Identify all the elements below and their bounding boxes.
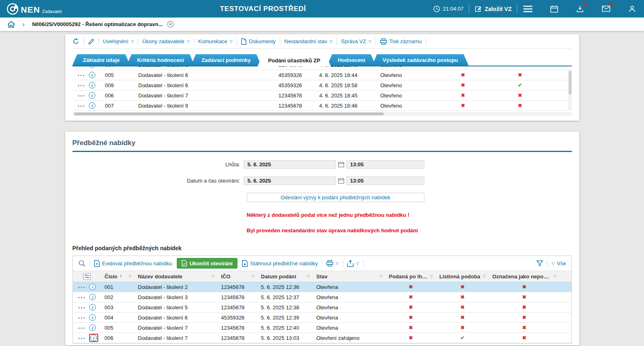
info-icon[interactable]: i (89, 284, 96, 290)
row-actions: ●●●i (73, 72, 102, 78)
messages-button[interactable] (601, 4, 611, 14)
filter-icon[interactable]: ▽ (552, 274, 556, 278)
info-icon[interactable]: i (89, 314, 96, 321)
create-vz-button[interactable]: Založit VZ (475, 5, 512, 13)
cell-nazev-dodavatele: Dodavatel - školení 5 (135, 66, 275, 68)
breadcrumb-record-label[interactable]: N006/25/V00005292 - Řešení optimalizace … (32, 21, 163, 27)
horizontal-scrollbar[interactable] (73, 112, 572, 116)
toolbar-separator (237, 38, 237, 45)
table-row[interactable]: ●●●i004Dodavatel - školení 6453593265. 6… (73, 313, 571, 323)
table-row[interactable]: ●●●i009Dodavatel - školení 6453593264. 6… (73, 80, 572, 90)
filter-icon[interactable]: ▽ (378, 274, 382, 278)
table-row[interactable]: ●●●i003Dodavatel - školení 5123456785. 6… (73, 302, 571, 313)
refresh-icon[interactable] (73, 38, 79, 45)
print-dropdown[interactable]: ▽ (326, 260, 338, 267)
info-icon[interactable]: i (89, 102, 95, 109)
menu-button[interactable] (523, 4, 533, 14)
export-dropdown[interactable]: ▽ (347, 260, 359, 267)
chevron-down-icon: ▽ (336, 261, 338, 266)
nen-logo[interactable]: NEN Zadavatel (7, 3, 62, 15)
menu-komunikace[interactable]: Komunikace ▽ (198, 38, 233, 44)
tab-zadavaci-podminky[interactable]: Zadávací podmínky (191, 54, 262, 66)
downloads-button[interactable] (575, 4, 585, 14)
info-icon[interactable]: i (89, 324, 96, 331)
menu-label: Uveřejnění (103, 38, 129, 44)
cross-mark: ✖ (409, 325, 413, 331)
scrollbar-thumb[interactable] (74, 112, 384, 115)
table-row[interactable]: ●●●i005Dodavatel - školení 7123456785. 6… (73, 323, 571, 333)
table-row[interactable]: ●●●i005Dodavatel - školení 6453593264. 6… (73, 70, 572, 80)
profile-button[interactable] (627, 4, 637, 14)
edit-pencil-icon[interactable] (88, 38, 95, 45)
table-row[interactable]: ●●●i006Dodavatel - školení 7123456785. 6… (73, 333, 571, 343)
vertical-scrollbar[interactable] (568, 70, 572, 111)
view-all-dropdown[interactable]: ▽ Vše (552, 260, 566, 267)
home-icon[interactable] (7, 21, 15, 28)
column-settings-icon[interactable] (73, 273, 101, 280)
menu-uverejneni[interactable]: Uveřejnění ▽ (103, 38, 134, 44)
info-icon[interactable]: i (89, 72, 95, 78)
download-offers-button[interactable]: Stáhnout předběžné nabídky (242, 260, 318, 267)
filter-funnel-icon[interactable] (536, 260, 543, 267)
hamburger-icon (523, 6, 532, 12)
row-menu-icon[interactable]: ●●● (78, 84, 86, 87)
lhuta-date-field[interactable]: 5. 6. 2025 (244, 160, 336, 169)
form-row-lhuta: Lhůta: 5. 6. 2025 13:05 (73, 160, 572, 169)
info-icon[interactable]: i (89, 92, 95, 99)
table-row[interactable]: ●●●i007Dodavatel - školení 9123456784. 6… (73, 101, 572, 111)
close-record-icon[interactable] (167, 21, 174, 28)
menu-sprava-vz[interactable]: Správa VZ ▽ (341, 38, 371, 44)
row-menu-icon[interactable]: ●●● (78, 104, 86, 107)
tab-zakladni-udaje[interactable]: Základní údaje (73, 54, 130, 66)
info-icon[interactable]: i (90, 335, 97, 341)
row-menu-icon[interactable]: ●●● (78, 316, 86, 319)
row-menu-icon[interactable]: ●●● (78, 306, 86, 309)
filter-icon[interactable]: ▽ (306, 274, 310, 278)
table-row[interactable]: ●●●i006Dodavatel - školení 7123456784. 6… (73, 90, 572, 101)
info-icon[interactable]: i (89, 66, 95, 68)
lhuta-time-field[interactable]: 13:05 (346, 160, 424, 169)
finish-opening-button[interactable]: Ukončit otevírání (177, 258, 237, 269)
cell-stav: Otevřena (313, 325, 386, 331)
menu-nestandardni-stav[interactable]: Nestandardní stav ▽ (284, 38, 332, 44)
tab-podani-ucastniku-zp[interactable]: Podání účastníků ZP (257, 54, 331, 66)
menu-tisk-zaznamu[interactable]: Tisk záznamu (380, 38, 422, 45)
row-menu-icon[interactable]: ●●● (78, 326, 86, 329)
calendar-button[interactable] (549, 4, 559, 14)
tab-kriteria-hodnoceni[interactable]: Kritéria hodnocení (127, 54, 195, 66)
filter-icon[interactable]: ▽ (127, 274, 132, 278)
row-menu-icon[interactable]: ●●● (78, 286, 86, 289)
table-row[interactable]: ●●●i004Dodavatel - školení 5123456784. 6… (73, 66, 572, 70)
row-menu-icon[interactable]: ●●● (78, 74, 86, 77)
row-actions: ●●●i (73, 92, 102, 99)
calendar-icon[interactable] (338, 161, 344, 167)
oteviranie-time-field[interactable]: 13:05 (346, 176, 424, 185)
filter-icon[interactable]: ▽ (250, 274, 255, 278)
table-row[interactable]: ●●●i002Dodavatel - školení 3123456785. 6… (73, 292, 571, 302)
cross-mark: ✖ (518, 103, 522, 108)
row-menu-icon[interactable]: ●●● (78, 337, 86, 339)
info-icon[interactable]: i (89, 82, 95, 88)
tab-hodnoceni[interactable]: Hodnocení (327, 54, 376, 66)
detail-search-icon[interactable] (78, 260, 86, 267)
menu-ukony-zadavatele[interactable]: Úkony zadavatele ▽ (142, 38, 189, 44)
tab-vysledek-zadavaciho-postupu[interactable]: Výsledek zadávacího postupu (372, 54, 468, 66)
calendar-icon[interactable] (338, 178, 344, 184)
filter-icon[interactable]: ▽ (481, 274, 486, 278)
record-offer-button[interactable]: Evidovat předběžnou nabídku (94, 260, 172, 267)
info-icon[interactable]: i (89, 304, 96, 311)
row-menu-icon[interactable]: ●●● (78, 94, 86, 97)
menu-dokumenty[interactable]: Dokumenty (241, 38, 276, 45)
info-icon[interactable]: i (89, 294, 96, 300)
cross-mark: ✖ (461, 72, 465, 78)
filter-icon[interactable]: ▽ (210, 274, 215, 278)
oteviranie-date-field[interactable]: 5. 6. 2025 (244, 176, 336, 185)
document-check-icon (182, 260, 187, 267)
filter-icon[interactable]: ▽ (429, 274, 433, 278)
clipped-row: ●●●i004Dodavatel - školení 5123456784. 6… (73, 66, 572, 70)
send-call-button[interactable]: Odeslání výzvy k podání předběžných nabí… (247, 193, 424, 202)
sort-asc-icon[interactable]: ↑ (117, 273, 122, 279)
table-row[interactable]: ●●●i001Dodavatel - školení 2123456785. 6… (73, 282, 571, 292)
scrollbar-thumb[interactable] (569, 71, 571, 95)
row-menu-icon[interactable]: ●●● (78, 296, 86, 299)
